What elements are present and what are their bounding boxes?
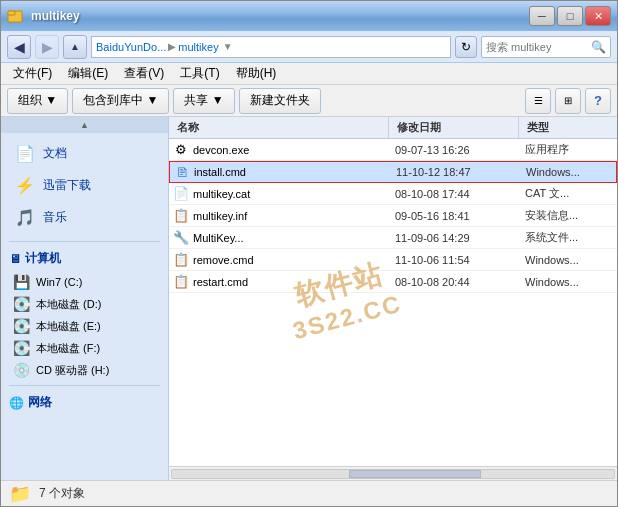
docs-icon: 📄	[13, 141, 37, 165]
sidebar-network-header[interactable]: 🌐 网络	[1, 390, 168, 415]
multikey-cat-name: multikey.cat	[193, 188, 250, 200]
share-button[interactable]: 共享 ▼	[173, 88, 234, 114]
status-bar: 📁 7 个对象	[1, 480, 617, 506]
remove-name: remove.cmd	[193, 254, 254, 266]
computer-icon: 🖥	[9, 252, 21, 266]
file-list: ⚙ devcon.exe 09-07-13 16:26 应用程序 🖹 insta…	[169, 139, 617, 466]
sidebar-divider-1	[9, 241, 160, 242]
file-row-install[interactable]: 🖹 install.cmd 11-10-12 18:47 Windows...	[169, 161, 617, 183]
window-icon	[7, 8, 23, 24]
sidebar-item-docs-label: 文档	[43, 145, 67, 162]
file-row-remove[interactable]: 📋 remove.cmd 11-10-06 11:54 Windows...	[169, 249, 617, 271]
view-grid-button[interactable]: ⊞	[555, 88, 581, 114]
include-library-button[interactable]: 包含到库中 ▼	[72, 88, 169, 114]
sidebar-drive-e[interactable]: 💽 本地磁盘 (E:)	[1, 315, 168, 337]
network-icon: 🌐	[9, 396, 24, 410]
music-icon: 🎵	[13, 205, 37, 229]
install-type: Windows...	[520, 164, 616, 180]
drive-e-label: 本地磁盘 (E:)	[36, 319, 101, 334]
multikey-sys-icon: 🔧	[173, 230, 189, 246]
sidebar-drive-c[interactable]: 💾 Win7 (C:)	[1, 271, 168, 293]
computer-label: 计算机	[25, 250, 61, 267]
address-bar: ◀ ▶ ▲ BaiduYunDo... ▶ multikey ▼ ↻ 🔍	[1, 31, 617, 63]
address-input[interactable]: BaiduYunDo... ▶ multikey ▼	[91, 36, 451, 58]
hscroll-thumb[interactable]	[349, 470, 482, 478]
sidebar-computer-header[interactable]: 🖥 计算机	[1, 246, 168, 271]
remove-date: 11-10-06 11:54	[389, 252, 519, 268]
restart-date: 08-10-08 20:44	[389, 274, 519, 290]
sidebar-item-docs[interactable]: 📄 文档	[1, 137, 168, 169]
search-input[interactable]	[486, 41, 591, 53]
sidebar-scroll-up[interactable]: ▲	[1, 117, 168, 133]
multikey-inf-type: 安装信息...	[519, 206, 617, 225]
minimize-button[interactable]: ─	[529, 6, 555, 26]
close-button[interactable]: ✕	[585, 6, 611, 26]
menu-help[interactable]: 帮助(H)	[228, 63, 285, 84]
restart-name: restart.cmd	[193, 276, 248, 288]
sidebar-item-xunlei-label: 迅雷下载	[43, 177, 91, 194]
breadcrumb-dropdown[interactable]: ▼	[223, 41, 233, 52]
install-icon: 🖹	[174, 164, 190, 180]
file-row-multikey-sys[interactable]: 🔧 MultiKey... 11-09-06 14:29 系统文件...	[169, 227, 617, 249]
help-button[interactable]: ?	[585, 88, 611, 114]
multikey-sys-type: 系统文件...	[519, 228, 617, 247]
new-folder-button[interactable]: 新建文件夹	[239, 88, 321, 114]
drive-h-icon: 💿	[13, 362, 30, 378]
network-label: 网络	[28, 394, 52, 411]
file-row-restart[interactable]: 📋 restart.cmd 08-10-08 20:44 Windows...	[169, 271, 617, 293]
multikey-inf-name: multikey.inf	[193, 210, 247, 222]
menu-view[interactable]: 查看(V)	[116, 63, 172, 84]
search-icon[interactable]: 🔍	[591, 40, 606, 54]
forward-button[interactable]: ▶	[35, 35, 59, 59]
sidebar-drive-d[interactable]: 💽 本地磁盘 (D:)	[1, 293, 168, 315]
menu-tools[interactable]: 工具(T)	[172, 63, 227, 84]
toolbar: 组织 ▼ 包含到库中 ▼ 共享 ▼ 新建文件夹 ☰ ⊞ ?	[1, 85, 617, 117]
sidebar-drive-f[interactable]: 💽 本地磁盘 (F:)	[1, 337, 168, 359]
restart-type: Windows...	[519, 274, 617, 290]
horizontal-scrollbar[interactable]	[169, 466, 617, 480]
drive-f-label: 本地磁盘 (F:)	[36, 341, 100, 356]
hscroll-track	[171, 469, 615, 479]
sidebar-item-music[interactable]: 🎵 音乐	[1, 201, 168, 233]
maximize-button[interactable]: □	[557, 6, 583, 26]
back-button[interactable]: ◀	[7, 35, 31, 59]
drive-c-icon: 💾	[13, 274, 30, 290]
drive-d-icon: 💽	[13, 296, 30, 312]
multikey-inf-icon: 📋	[173, 208, 189, 224]
file-row-multikey-cat[interactable]: 📄 multikey.cat 08-10-08 17:44 CAT 文...	[169, 183, 617, 205]
window-controls: ─ □ ✕	[529, 6, 611, 26]
sidebar-drive-h[interactable]: 💿 CD 驱动器 (H:)	[1, 359, 168, 381]
devcon-name: devcon.exe	[193, 144, 249, 156]
view-list-button[interactable]: ☰	[525, 88, 551, 114]
drive-d-label: 本地磁盘 (D:)	[36, 297, 101, 312]
organize-button[interactable]: 组织 ▼	[7, 88, 68, 114]
multikey-cat-date: 08-10-08 17:44	[389, 186, 519, 202]
file-table-header: 名称 修改日期 类型	[169, 117, 617, 139]
title-bar: multikey ─ □ ✕	[1, 1, 617, 31]
toolbar-right: ☰ ⊞ ?	[525, 88, 611, 114]
file-row-devcon[interactable]: ⚙ devcon.exe 09-07-13 16:26 应用程序	[169, 139, 617, 161]
drive-f-icon: 💽	[13, 340, 30, 356]
sidebar: ▲ 📄 文档 ⚡ 迅雷下载 🎵 音乐 🖥 计	[1, 117, 169, 480]
file-row-multikey-inf[interactable]: 📋 multikey.inf 09-05-16 18:41 安装信息...	[169, 205, 617, 227]
drive-h-label: CD 驱动器 (H:)	[36, 363, 109, 378]
main-area: ▲ 📄 文档 ⚡ 迅雷下载 🎵 音乐 🖥 计	[1, 117, 617, 480]
file-area: 名称 修改日期 类型 ⚙ devcon.exe 09-07-13 16:26 应…	[169, 117, 617, 480]
col-type-header[interactable]: 类型	[519, 117, 617, 138]
up-button[interactable]: ▲	[63, 35, 87, 59]
drive-e-icon: 💽	[13, 318, 30, 334]
menu-edit[interactable]: 编辑(E)	[60, 63, 116, 84]
remove-icon: 📋	[173, 252, 189, 268]
svg-rect-1	[8, 11, 15, 15]
col-name-header[interactable]: 名称	[169, 117, 389, 138]
explorer-window: multikey ─ □ ✕ ◀ ▶ ▲ BaiduYunDo... ▶ mul…	[0, 0, 618, 507]
col-date-header[interactable]: 修改日期	[389, 117, 519, 138]
menu-bar: 文件(F) 编辑(E) 查看(V) 工具(T) 帮助(H)	[1, 63, 617, 85]
sidebar-item-xunlei[interactable]: ⚡ 迅雷下载	[1, 169, 168, 201]
refresh-button[interactable]: ↻	[455, 36, 477, 58]
devcon-date: 09-07-13 16:26	[389, 142, 519, 158]
menu-file[interactable]: 文件(F)	[5, 63, 60, 84]
drive-c-label: Win7 (C:)	[36, 276, 82, 288]
install-date: 11-10-12 18:47	[390, 164, 520, 180]
multikey-inf-date: 09-05-16 18:41	[389, 208, 519, 224]
